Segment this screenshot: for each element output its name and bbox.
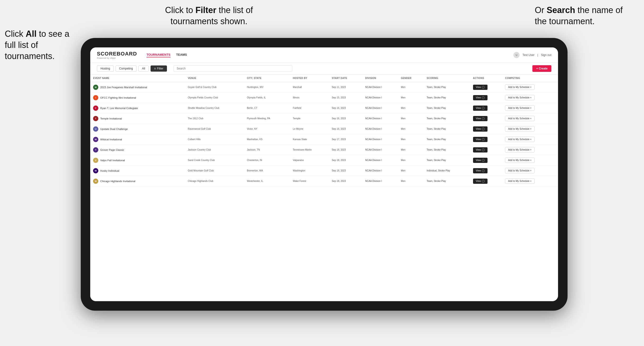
add-to-schedule-button[interactable]: Add to My Schedule + bbox=[505, 95, 534, 100]
view-button[interactable]: View i bbox=[473, 178, 488, 184]
add-to-schedule-button[interactable]: Add to My Schedule + bbox=[505, 84, 534, 90]
view-button[interactable]: View i bbox=[473, 147, 488, 153]
tournaments-table-container: EVENT NAME VENUE CITY, STATE HOSTED BY S… bbox=[90, 74, 558, 301]
division-cell: NCAA Division I bbox=[362, 166, 398, 176]
team-logo: M bbox=[93, 85, 98, 90]
competing-tab[interactable]: Competing bbox=[116, 65, 136, 72]
hosted-by-cell: Marshall bbox=[290, 82, 329, 92]
app-logo-sub: Powered by clippi bbox=[97, 57, 137, 59]
competing-cell: Add to My Schedule + bbox=[502, 124, 558, 134]
info-icon: i bbox=[482, 138, 485, 141]
venue-cell: Guyan Golf & Country Club bbox=[185, 82, 244, 92]
add-to-schedule-button[interactable]: Add to My Schedule + bbox=[505, 178, 534, 184]
tournaments-table: EVENT NAME VENUE CITY, STATE HOSTED BY S… bbox=[90, 74, 558, 186]
venue-cell: Chicago Highlands Club bbox=[185, 176, 244, 186]
event-name-cell: W Wildcat Invitational bbox=[93, 137, 182, 142]
division-cell: NCAA Division I bbox=[362, 176, 398, 186]
actions-cell: View i bbox=[470, 166, 502, 176]
add-to-schedule-button[interactable]: Add to My Schedule + bbox=[505, 168, 534, 173]
scoring-cell: Team, Stroke Play bbox=[424, 103, 470, 113]
actions-cell: View i bbox=[470, 145, 502, 155]
table-row: W Chicago Highlands Invitational Chicago… bbox=[90, 176, 558, 186]
scoring-cell: Team, Stroke Play bbox=[424, 155, 470, 166]
logo-area: SCOREBOARD Powered by clippi bbox=[97, 51, 137, 59]
add-to-schedule-button[interactable]: Add to My Schedule + bbox=[505, 116, 534, 121]
info-icon: i bbox=[482, 128, 485, 130]
team-logo: W bbox=[93, 178, 98, 184]
event-name: 2023 Joe Feaganes Marshall Invitational bbox=[100, 86, 147, 89]
tablet-frame: SCOREBOARD Powered by clippi TOURNAMENTS… bbox=[81, 38, 568, 311]
view-button[interactable]: View i bbox=[473, 126, 488, 132]
add-to-schedule-button[interactable]: Add to My Schedule + bbox=[505, 105, 534, 111]
nav-tournaments[interactable]: TOURNAMENTS bbox=[146, 53, 170, 57]
info-icon: i bbox=[482, 169, 485, 172]
gender-cell: Men bbox=[398, 82, 424, 92]
filter-button[interactable]: ≡ Filter bbox=[150, 65, 167, 72]
scoring-cell: Team, Stroke Play bbox=[424, 124, 470, 134]
table-row: T Grover Page Classic Jackson Country Cl… bbox=[90, 145, 558, 155]
tablet-screen: SCOREBOARD Powered by clippi TOURNAMENTS… bbox=[90, 47, 558, 301]
annotation-top-center: Click to Filter the list oftournaments s… bbox=[138, 5, 280, 27]
team-logo: V bbox=[93, 158, 98, 163]
col-actions: ACTIONS bbox=[470, 74, 502, 82]
filter-icon: ≡ bbox=[154, 67, 156, 70]
create-button[interactable]: + Create bbox=[532, 65, 552, 72]
hosted-by-cell: Illinois bbox=[290, 92, 329, 103]
event-name: Wildcat Invitational bbox=[100, 138, 122, 141]
city-state-cell: Victor, NY bbox=[244, 124, 290, 134]
division-cell: NCAA Division I bbox=[362, 134, 398, 145]
gender-cell: Men bbox=[398, 113, 424, 124]
event-name: Valpo Fall Invitational bbox=[100, 159, 125, 162]
team-logo: I bbox=[93, 95, 98, 100]
hosting-tab[interactable]: Hosting bbox=[97, 65, 114, 72]
sign-out-link[interactable]: Sign out bbox=[541, 53, 552, 57]
scoring-cell: Individual, Stroke Play bbox=[424, 166, 470, 176]
user-name: Test User bbox=[522, 53, 534, 57]
search-input[interactable] bbox=[174, 65, 292, 72]
nav-teams[interactable]: TEAMS bbox=[176, 53, 187, 57]
info-icon: i bbox=[482, 86, 485, 89]
view-button[interactable]: View i bbox=[473, 95, 488, 100]
scoring-cell: Team, Stroke Play bbox=[424, 92, 470, 103]
col-competing: COMPETING bbox=[502, 74, 558, 82]
view-button[interactable]: View i bbox=[473, 106, 488, 111]
view-button[interactable]: View i bbox=[473, 116, 488, 121]
view-button[interactable]: View i bbox=[473, 85, 488, 90]
add-to-schedule-button[interactable]: Add to My Schedule + bbox=[505, 147, 534, 153]
add-to-schedule-button[interactable]: Add to My Schedule + bbox=[505, 137, 534, 142]
event-name-cell: W Chicago Highlands Invitational bbox=[93, 178, 182, 184]
hosted-by-cell: Kansas State bbox=[290, 134, 329, 145]
city-state-cell: Westchester, IL bbox=[244, 176, 290, 186]
team-logo: T bbox=[93, 147, 98, 153]
user-avatar: U bbox=[514, 52, 520, 58]
start-date-cell: Sep 15, 2023 bbox=[329, 92, 362, 103]
table-row: U Upstate Dual Challenge Ravenwood Golf … bbox=[90, 124, 558, 134]
gender-cell: Men bbox=[398, 155, 424, 166]
info-icon: i bbox=[482, 159, 485, 162]
view-button[interactable]: View i bbox=[473, 168, 488, 173]
view-button[interactable]: View i bbox=[473, 158, 488, 163]
competing-cell: Add to My Schedule + bbox=[502, 92, 558, 103]
hosted-by-cell: Washington bbox=[290, 166, 329, 176]
event-name-cell: T Temple Invitational bbox=[93, 116, 182, 121]
team-logo: W bbox=[93, 137, 98, 142]
city-state-cell: Plymouth Meeting, PA bbox=[244, 113, 290, 124]
scoring-cell: Team, Stroke Play bbox=[424, 176, 470, 186]
add-to-schedule-button[interactable]: Add to My Schedule + bbox=[505, 126, 534, 132]
team-logo: F bbox=[93, 106, 98, 111]
header-separator: | bbox=[538, 53, 538, 57]
view-button[interactable]: View i bbox=[473, 137, 488, 142]
event-name-cell: W Husky Individual bbox=[93, 168, 182, 173]
gender-cell: Men bbox=[398, 92, 424, 103]
competing-cell: Add to My Schedule + bbox=[502, 155, 558, 166]
division-cell: NCAA Division I bbox=[362, 124, 398, 134]
event-name-cell: F Ryan T. Lee Memorial Collegiate bbox=[93, 106, 182, 111]
city-state-cell: Berlin, CT bbox=[244, 103, 290, 113]
table-row: I OFCC Fighting Illini Invitational Olym… bbox=[90, 92, 558, 103]
event-name-cell: T Grover Page Classic bbox=[93, 147, 182, 153]
add-to-schedule-button[interactable]: Add to My Schedule + bbox=[505, 158, 534, 163]
hosted-by-cell: Fairfield bbox=[290, 103, 329, 113]
all-tab[interactable]: All bbox=[138, 65, 149, 72]
competing-cell: Add to My Schedule + bbox=[502, 176, 558, 186]
col-event-name: EVENT NAME bbox=[90, 74, 185, 82]
